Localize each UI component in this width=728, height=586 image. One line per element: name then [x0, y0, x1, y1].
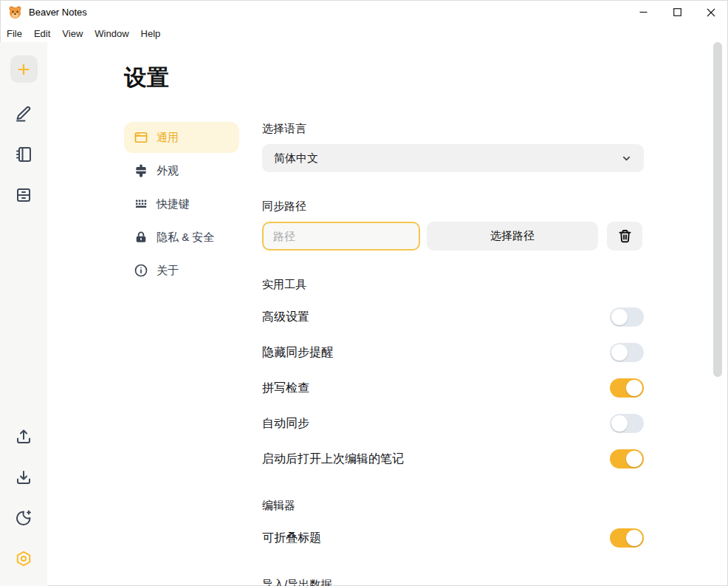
menu-window[interactable]: Window	[89, 26, 134, 41]
paintbrush-icon	[134, 163, 148, 178]
page-title: 设置	[124, 63, 728, 93]
titlebar: Beaver Notes	[0, 0, 728, 24]
menubar: File Edit View Window Help	[0, 24, 728, 42]
toggle-knob	[611, 415, 628, 432]
sync-path-label: 同步路径	[262, 200, 644, 214]
lock-icon	[134, 230, 148, 245]
sidebar-bottom-group	[14, 427, 33, 568]
nav-label: 关于	[157, 264, 179, 278]
download-icon	[15, 469, 32, 486]
gear-hexagon-icon	[15, 550, 32, 568]
export-button[interactable]	[14, 427, 33, 446]
sync-path-row: 选择路径	[262, 222, 644, 251]
section-title-utilities: 实用工具	[262, 278, 644, 292]
section-title-editor: 编辑器	[262, 499, 644, 513]
setting-row-auto-sync: 自动同步	[262, 406, 644, 441]
trash-icon	[617, 228, 633, 244]
new-note-button[interactable]	[10, 55, 38, 83]
menu-file[interactable]: File	[1, 26, 28, 41]
toggle-advanced-settings[interactable]	[610, 307, 644, 327]
edit-note-button[interactable]	[14, 104, 33, 123]
settings-content: 选择语言 简体中文 同步路径 选择路径	[262, 122, 644, 586]
window-controls	[626, 0, 728, 24]
setting-row-hide-sync-reminder: 隐藏同步提醒	[262, 335, 644, 370]
minimize-button[interactable]	[626, 0, 660, 24]
sync-path-input[interactable]	[262, 222, 420, 251]
choose-path-button[interactable]: 选择路径	[427, 222, 598, 251]
nav-label: 外观	[157, 164, 179, 178]
toggle-auto-sync[interactable]	[610, 414, 644, 433]
toggle-knob	[611, 309, 628, 325]
dark-mode-button[interactable]	[14, 508, 33, 528]
toggle-knob	[626, 451, 642, 467]
setting-row-spellcheck: 拼写检查	[262, 370, 644, 406]
menu-edit[interactable]: Edit	[28, 26, 56, 41]
nav-label: 隐私 & 安全	[157, 231, 214, 245]
language-selected-option: 简体中文	[274, 151, 318, 166]
archive-button[interactable]	[14, 185, 33, 205]
keyboard-icon	[134, 197, 148, 211]
settings-nav-general[interactable]: 通用	[124, 122, 239, 153]
language-label: 选择语言	[262, 122, 644, 136]
archive-icon	[15, 186, 32, 204]
notebook-icon	[15, 146, 32, 163]
notes-list-button[interactable]	[14, 145, 33, 164]
settings-nav-privacy-security[interactable]: 隐私 & 安全	[124, 222, 239, 253]
pen-icon	[15, 105, 32, 123]
nav-label: 通用	[157, 131, 179, 145]
window-title: Beaver Notes	[29, 7, 87, 18]
settings-nav-shortcuts[interactable]: 快捷键	[124, 188, 239, 219]
setting-row-open-last-note: 启动后打开上次编辑的笔记	[262, 441, 644, 477]
beaver-logo-icon	[8, 5, 22, 19]
moon-star-icon	[15, 509, 32, 527]
menu-help[interactable]: Help	[135, 26, 167, 41]
toggle-knob	[626, 380, 642, 396]
setting-row-collapsible-headings: 可折叠标题	[262, 520, 644, 556]
toggle-knob	[626, 530, 642, 546]
maximize-button[interactable]	[660, 0, 694, 24]
toggle-spellcheck[interactable]	[610, 378, 644, 398]
chevron-down-icon	[621, 153, 632, 164]
import-button[interactable]	[14, 468, 33, 487]
toggle-hide-sync-reminder[interactable]	[610, 343, 644, 362]
icon-sidebar	[0, 42, 47, 586]
info-icon	[134, 263, 148, 278]
nav-label: 快捷键	[157, 197, 190, 211]
toggle-open-last-note[interactable]	[610, 449, 644, 469]
settings-nav: 通用 外观 快捷键 隐	[124, 122, 239, 586]
app-shell: 设置 通用 外观	[0, 42, 728, 586]
settings-nav-appearance[interactable]: 外观	[124, 155, 239, 186]
editor-rows: 可折叠标题	[262, 520, 644, 556]
menu-view[interactable]: View	[56, 26, 89, 41]
language-select[interactable]: 简体中文	[262, 144, 644, 172]
setting-row-advanced: 高级设置	[262, 299, 644, 335]
settings-nav-about[interactable]: 关于	[124, 255, 239, 286]
scrollbar-thumb[interactable]	[713, 42, 722, 377]
close-button[interactable]	[694, 0, 728, 24]
toggle-knob	[611, 344, 628, 361]
plus-icon	[16, 61, 32, 78]
upload-icon	[15, 428, 32, 446]
settings-page: 设置 通用 外观	[47, 42, 728, 586]
settings-button[interactable]	[14, 549, 33, 568]
toggle-collapsible-headings[interactable]	[610, 528, 644, 548]
clear-path-button[interactable]	[607, 222, 642, 251]
utilities-rows: 高级设置 隐藏同步提醒 拼写检查 自动同步	[262, 299, 644, 477]
window-icon	[134, 130, 148, 145]
section-title-import-export: 导入/导出数据	[262, 578, 644, 586]
